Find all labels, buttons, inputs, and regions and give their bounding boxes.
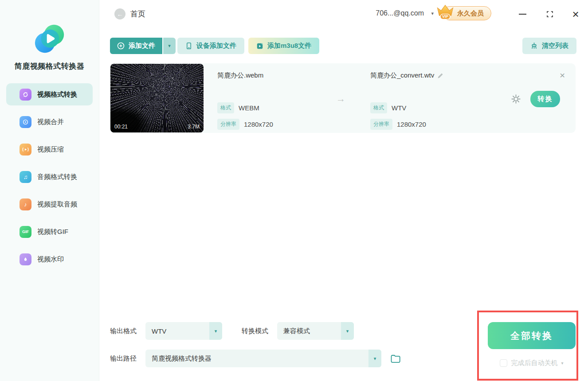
resolution-badge: 分辨率 <box>217 119 239 130</box>
auto-shutdown-option[interactable]: 完成后自动关机 ▾ <box>488 359 576 367</box>
convert-mode-label: 转换模式 <box>242 327 268 335</box>
plus-icon <box>117 42 125 50</box>
output-format-value: WTV <box>145 322 209 340</box>
gear-icon <box>511 94 521 104</box>
video-size: 3.7M <box>188 124 200 130</box>
source-format-value: WEBM <box>239 104 259 112</box>
video-compress-icon <box>20 144 31 156</box>
source-resolution-value: 1280x720 <box>244 121 273 128</box>
add-file-label: 添加文件 <box>129 42 155 50</box>
sidebar-item-label: 视频格式转换 <box>37 90 77 99</box>
remove-item-button[interactable]: × <box>560 70 565 81</box>
sidebar-item-video-to-gif[interactable]: GIF 视频转GIF <box>6 221 93 243</box>
output-settings-row: 输出格式 WTV ▾ 转换模式 兼容模式 ▾ <box>110 322 354 340</box>
format-badge: 格式 <box>370 102 387 113</box>
target-format-value: WTV <box>392 104 406 112</box>
sidebar-item-extract-audio[interactable]: ♪ 视频提取音频 <box>6 193 93 215</box>
broom-icon <box>530 42 538 50</box>
sidebar-item-label: 视频转GIF <box>37 228 68 236</box>
convert-button-label: 转换 <box>538 95 553 103</box>
add-file-dropdown[interactable]: ▾ <box>163 38 176 54</box>
output-format-label: 输出格式 <box>110 327 137 335</box>
thumbnail-overlay: 00:21 3.7M <box>110 121 204 132</box>
sidebar-item-label: 视频提取音频 <box>37 200 77 209</box>
device-add-file-label: 设备添加文件 <box>196 42 236 50</box>
output-path-row: 输出路径 简鹿视频格式转换器 ▾ <box>110 350 401 367</box>
output-format-select[interactable]: WTV ▾ <box>145 322 222 340</box>
maximize-button[interactable] <box>544 8 556 20</box>
clear-list-button[interactable]: 清空列表 <box>522 38 576 54</box>
chevron-down-icon: ▾ <box>209 322 222 340</box>
resolution-badge: 分辨率 <box>370 119 392 130</box>
phone-icon <box>185 42 192 50</box>
video-thumbnail[interactable]: 00:21 3.7M <box>110 64 204 132</box>
edit-pencil-icon[interactable] <box>437 73 443 79</box>
account-email[interactable]: 706...@qq.com <box>376 9 424 17</box>
output-path-label: 输出路径 <box>110 354 137 363</box>
vip-badge[interactable]: VIP 永久会员 <box>443 6 491 20</box>
chevron-down-icon[interactable]: ▾ <box>561 361 563 365</box>
target-filename-row: 简鹿办公_convert.wtv <box>370 71 443 80</box>
sidebar-item-video-merge[interactable]: 视频合并 <box>6 111 93 133</box>
output-path-value: 简鹿视频格式转换器 <box>145 350 368 367</box>
target-format-row: 格式 WTV <box>370 102 406 113</box>
vip-label: 永久会员 <box>457 9 484 18</box>
sidebar-item-video-format-convert[interactable]: 视频格式转换 <box>6 83 93 105</box>
arrow-right-icon: → <box>336 93 345 104</box>
add-m3u8-button[interactable]: 添加m3u8文件 <box>248 38 319 54</box>
chevron-down-icon: ▾ <box>368 350 381 367</box>
item-settings-button[interactable] <box>511 94 521 106</box>
chevron-down-icon: ▾ <box>168 43 171 49</box>
gif-icon: GIF <box>20 226 31 238</box>
app-title: 简鹿视频格式转换器 <box>0 61 99 71</box>
crown-icon: VIP <box>436 3 455 22</box>
target-resolution-value: 1280x720 <box>397 121 426 128</box>
source-resolution-row: 分辨率 1280x720 <box>217 119 273 130</box>
sidebar-item-label: 视频压缩 <box>37 145 64 154</box>
source-format-row: 格式 WEBM <box>217 102 259 113</box>
maximize-icon <box>546 11 553 18</box>
sidebar-item-video-watermark[interactable]: 视频水印 <box>6 248 93 270</box>
add-file-split-button: 添加文件 ▾ <box>110 38 176 54</box>
video-convert-icon <box>20 89 31 101</box>
close-icon: × <box>560 70 565 80</box>
account-dropdown-icon[interactable]: ▾ <box>431 11 434 16</box>
source-filename: 简鹿办公.webm <box>217 71 263 80</box>
video-duration: 00:21 <box>114 124 128 130</box>
extract-audio-icon: ♪ <box>20 198 31 210</box>
add-file-button[interactable]: 添加文件 <box>110 38 162 54</box>
device-add-file-button[interactable]: 设备添加文件 <box>177 38 244 54</box>
convert-all-button[interactable]: 全部转换 <box>488 322 576 349</box>
sidebar-item-video-compress[interactable]: 视频压缩 <box>6 138 93 160</box>
sidebar-item-audio-format-convert[interactable]: ♫ 音频格式转换 <box>6 166 93 188</box>
target-resolution-row: 分辨率 1280x720 <box>370 119 426 130</box>
sidebar-item-label: 音频格式转换 <box>37 173 77 181</box>
audio-convert-icon: ♫ <box>20 171 31 183</box>
convert-mode-select[interactable]: 兼容模式 ▾ <box>277 322 354 340</box>
convert-button[interactable]: 转换 <box>530 91 560 107</box>
sidebar-menu: 视频格式转换 视频合并 视频压缩 ♫ 音频格式转换 ♪ 视频提取音频 GIF 视… <box>0 83 99 276</box>
app-logo-icon <box>32 22 67 58</box>
close-button[interactable]: × <box>569 8 582 20</box>
auto-shutdown-label: 完成后自动关机 <box>511 359 557 367</box>
file-list-item: 00:21 3.7M 简鹿办公.webm 格式 WEBM 分辨率 1280x72… <box>110 63 576 133</box>
chevron-down-icon: ▾ <box>341 322 354 340</box>
convert-mode-value: 兼容模式 <box>277 322 341 340</box>
output-path-select[interactable]: 简鹿视频格式转换器 ▾ <box>145 350 381 367</box>
browse-folder-button[interactable] <box>390 354 401 363</box>
add-m3u8-label: 添加m3u8文件 <box>267 42 311 50</box>
folder-icon <box>390 354 401 363</box>
back-button[interactable]: ← <box>114 8 125 19</box>
sidebar-item-label: 视频合并 <box>37 118 64 126</box>
auto-shutdown-checkbox[interactable] <box>500 359 507 367</box>
convert-all-label: 全部转换 <box>510 330 553 342</box>
minimize-button[interactable] <box>516 8 529 20</box>
topbar: ← 首页 706...@qq.com ▾ VIP 永久会员 × <box>99 0 588 27</box>
minimize-icon <box>519 14 526 15</box>
video-merge-icon <box>20 116 31 128</box>
target-filename: 简鹿办公_convert.wtv <box>370 71 434 80</box>
watermark-icon <box>20 253 31 265</box>
sidebar-item-label: 视频水印 <box>37 255 64 264</box>
page-title: 首页 <box>130 9 145 19</box>
close-icon: × <box>572 8 579 21</box>
